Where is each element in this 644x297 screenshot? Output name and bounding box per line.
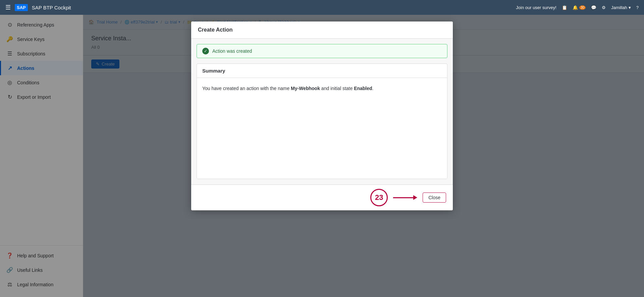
arrow-head-icon: [413, 195, 417, 200]
settings-icon[interactable]: ⚙: [602, 5, 606, 10]
step-number: 23: [370, 189, 388, 206]
app-title: SAP BTP Cockpit: [32, 5, 71, 10]
arrow-indicator: [393, 195, 417, 200]
alert-message: Action was created: [212, 48, 252, 54]
summary-body: You have created an action with the name…: [197, 78, 447, 179]
summary-middle: and initial state: [320, 86, 354, 91]
help-icon[interactable]: ?: [636, 5, 639, 10]
notification-count: 30: [579, 5, 586, 10]
step-indicator: 23: [370, 189, 388, 206]
action-name: My-Webhook: [291, 86, 320, 91]
summary-section: Summary You have created an action with …: [197, 63, 447, 179]
create-action-modal: Create Action ✓ Action was created Summa…: [191, 22, 453, 210]
survey-icon[interactable]: 📋: [562, 5, 567, 10]
hamburger-icon[interactable]: ☰: [5, 4, 11, 11]
summary-text: You have created an action with the name…: [202, 85, 442, 92]
modal-footer: 23 Close: [191, 184, 453, 210]
modal-body: ✓ Action was created Summary You have cr…: [191, 39, 453, 184]
top-bar-right: Join our user survey! 📋 🔔 30 💬 ⚙ Jamilla…: [516, 5, 639, 10]
summary-suffix: .: [372, 86, 374, 91]
modal-overlay: Create Action ✓ Action was created Summa…: [0, 15, 644, 297]
survey-link[interactable]: Join our user survey!: [516, 5, 556, 10]
initial-state: Enabled: [354, 86, 372, 91]
top-navigation-bar: ☰ SAP SAP BTP Cockpit Join our user surv…: [0, 0, 644, 15]
top-bar-left: ☰ SAP SAP BTP Cockpit: [5, 4, 71, 11]
modal-title: Create Action: [198, 27, 232, 33]
user-name[interactable]: Jamillah ▾: [611, 5, 631, 10]
sap-logo: SAP: [15, 4, 28, 11]
notification-button[interactable]: 🔔 30: [573, 5, 586, 10]
message-icon[interactable]: 💬: [591, 5, 596, 10]
success-alert: ✓ Action was created: [197, 44, 447, 58]
close-button[interactable]: Close: [423, 193, 446, 203]
summary-title: Summary: [197, 64, 447, 78]
arrow-line: [393, 197, 413, 198]
summary-prefix: You have created an action with the name: [202, 86, 291, 91]
check-icon: ✓: [202, 48, 209, 54]
modal-header: Create Action: [191, 22, 453, 39]
